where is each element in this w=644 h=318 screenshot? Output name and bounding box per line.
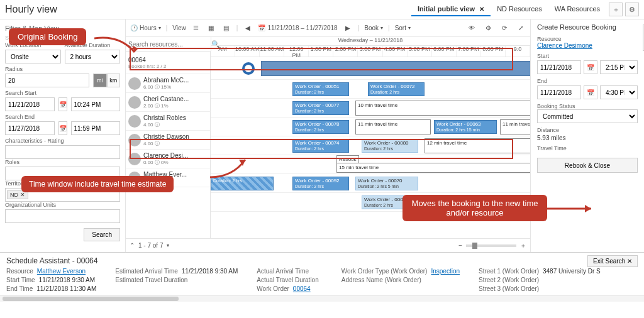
view-label: View <box>170 23 188 33</box>
filter-subsection-title: Schedule Assistant Filter <box>5 35 120 41</box>
work-order[interactable]: Work Order - 00070Duration: 2 hrs 5 min <box>355 177 418 190</box>
calendar-icon[interactable]: 📅 <box>58 121 67 135</box>
calendar-icon[interactable]: 📅 <box>58 97 67 111</box>
resource-link[interactable]: Clarence Desimone <box>537 42 592 49</box>
grid-row[interactable]: Work Order - 00051Duration: 2 hrs Work O… <box>211 80 530 99</box>
date-range[interactable]: 📅 11/21/2018 – 11/27/2018 <box>256 23 339 33</box>
eye-icon[interactable]: 👁 <box>465 21 479 35</box>
calendar-icon[interactable]: 📅 <box>584 85 597 99</box>
travel-window[interactable]: 11 min travel time <box>500 119 530 134</box>
work-order[interactable]: Work Order - 00063Duration: 2 hrs 15 min <box>434 120 497 134</box>
zoom-in-icon[interactable]: ＋ <box>520 241 526 250</box>
rebook-close-button[interactable]: Rebook & Close <box>537 158 638 173</box>
work-location-label: Work Location <box>5 42 61 48</box>
grid-row[interactable]: Work Order - 00060Duration: 2 hrs <box>211 193 530 212</box>
radius-input[interactable] <box>5 74 89 87</box>
resource-row[interactable]: Abraham McC...6.00 ⓘ 15% <box>126 74 210 93</box>
grid-row[interactable]: Work Order - 00077Duration: 2 hrs 10 min… <box>211 99 530 118</box>
work-location-select[interactable]: Onsite <box>5 50 61 63</box>
horizontal-scrollbar[interactable] <box>0 295 644 302</box>
work-order[interactable]: Work Order - 00080Duration: 2 hrs <box>362 139 418 153</box>
collapse-icon[interactable]: ⌃ <box>130 242 135 249</box>
start-date-input[interactable] <box>537 60 581 74</box>
available-duration-select[interactable]: 2 hours <box>65 50 121 63</box>
work-order[interactable]: Work Order - 00092Duration: 2 hrs <box>292 177 349 190</box>
org-units-input[interactable] <box>5 209 120 223</box>
search-button[interactable]: Search <box>84 228 120 241</box>
grid-row-pinned[interactable] <box>211 57 530 80</box>
search-end-time[interactable] <box>71 121 121 135</box>
work-order[interactable]: Work Order - 00072Duration: 2 hrs <box>368 82 425 96</box>
territory-tag[interactable]: ND✕ <box>7 190 28 199</box>
sa-resource-link[interactable]: Matthew Everson <box>37 268 86 275</box>
search-start-time[interactable] <box>71 97 121 111</box>
territories-input[interactable]: ND✕ <box>5 188 120 202</box>
time-scale-dropdown[interactable]: 🕐 Hours ▾ <box>128 23 163 33</box>
characteristics-label: Characteristics - Rating <box>5 138 120 144</box>
grid-row[interactable]: Duration: 2 hrs Work Order - 00092Durati… <box>211 174 530 193</box>
work-order[interactable]: Duration: 2 hrs <box>211 177 274 190</box>
grid-row[interactable]: Rebook 15 min travel time <box>211 155 530 174</box>
travel-window[interactable]: 10 min travel time <box>355 101 530 116</box>
close-icon[interactable]: ✕ <box>479 6 484 13</box>
grid-row[interactable]: Work Order - 00074Duration: 2 hrs Work O… <box>211 136 530 155</box>
pager-chevron-icon[interactable]: ▾ <box>167 243 169 248</box>
radius-km-button[interactable]: km <box>107 74 121 87</box>
search-start-date[interactable] <box>5 97 55 111</box>
start-time-select[interactable]: 2:15 PM <box>600 60 638 74</box>
view-list-icon[interactable]: ☰ <box>189 21 203 35</box>
calendar-icon[interactable]: 📅 <box>584 60 597 74</box>
resource-row[interactable]: Clarence Desi...0.00 ⓘ 0% <box>126 150 210 168</box>
work-order[interactable]: Work Order - 00051Duration: 2 hrs <box>292 82 349 96</box>
resource-row[interactable]: Matthew Ever...6.05 ⓘ 14% <box>126 168 210 187</box>
sa-workorder-link[interactable]: 00064 <box>293 285 311 292</box>
tab-initial-public-view[interactable]: Initial public view ✕ <box>411 3 491 16</box>
search-end-date[interactable] <box>5 121 55 135</box>
view-grid-icon[interactable]: ▦ <box>204 21 218 35</box>
filter-panel: Filter & Map View Schedule Assistant Fil… <box>0 19 126 252</box>
radius-mi-button[interactable]: mi <box>93 74 107 87</box>
gear-icon[interactable]: ⚙ <box>481 21 495 35</box>
exit-search-button[interactable]: Exit Search ✕ <box>587 255 638 267</box>
original-booking-bar[interactable] <box>261 61 530 76</box>
status-select[interactable]: Committed <box>537 109 638 123</box>
zoom-slider[interactable] <box>466 244 516 247</box>
gear-icon[interactable]: ⚙ <box>625 3 639 16</box>
pinned-sub: Booked hrs: 2 / 2 <box>128 63 208 69</box>
work-order[interactable]: Work Order - 00077Duration: 2 hrs <box>292 101 349 115</box>
plus-icon[interactable]: ＋ <box>609 3 623 16</box>
travel-window[interactable]: 11 min travel time <box>355 119 431 134</box>
book-dropdown[interactable]: Book ▾ <box>362 23 385 33</box>
sort-dropdown[interactable]: Sort ▾ <box>393 23 413 33</box>
resource-row[interactable]: Cheri Castane...2.00 ⓘ 1% <box>126 93 210 112</box>
travel-window[interactable]: 12 min travel time <box>425 138 530 153</box>
radius-label: Radius <box>5 66 120 72</box>
expand-icon[interactable]: ⤢ <box>514 21 528 35</box>
next-day-icon[interactable]: ▶ <box>341 21 355 35</box>
characteristics-input[interactable] <box>5 145 120 159</box>
pinned-row[interactable]: 00064 Booked hrs: 2 / 2 <box>126 52 210 74</box>
roles-input[interactable] <box>5 167 120 180</box>
resource-search-input[interactable] <box>126 37 211 51</box>
resource-row[interactable]: Christal Robles4.00 ⓘ <box>126 112 210 131</box>
remove-icon[interactable]: ✕ <box>20 192 25 198</box>
tab-nd-resources[interactable]: ND Resources <box>491 3 548 16</box>
work-order[interactable]: Work Order - 00074Duration: 2 hrs <box>292 139 349 153</box>
prev-day-icon[interactable]: ◀ <box>241 21 255 35</box>
resource-row[interactable]: Christie Dawson4.00 ⓘ <box>126 131 210 150</box>
end-date-input[interactable] <box>537 85 581 99</box>
search-start-label: Search Start <box>5 90 120 96</box>
work-order[interactable]: Work Order - 00078Duration: 2 hrs <box>292 120 349 134</box>
zoom-out-icon[interactable]: − <box>458 242 462 249</box>
booking-marker-icon <box>242 62 255 75</box>
avatar <box>128 153 141 165</box>
travel-window[interactable]: 15 min travel time <box>336 163 530 173</box>
tab-wa-resources[interactable]: WA Resources <box>548 3 606 16</box>
view-map-icon[interactable]: ▤ <box>219 21 233 35</box>
grid-row[interactable]: Work Order - 00078Duration: 2 hrs 11 min… <box>211 118 530 136</box>
pager-text: 1 - 7 of 7 <box>138 242 163 249</box>
work-order[interactable]: Work Order - 00060Duration: 2 hrs <box>362 195 418 209</box>
end-time-select[interactable]: 4:30 PM <box>600 85 638 99</box>
sa-wotype-link[interactable]: Inspection <box>431 268 460 275</box>
refresh-icon[interactable]: ⟳ <box>497 21 511 35</box>
